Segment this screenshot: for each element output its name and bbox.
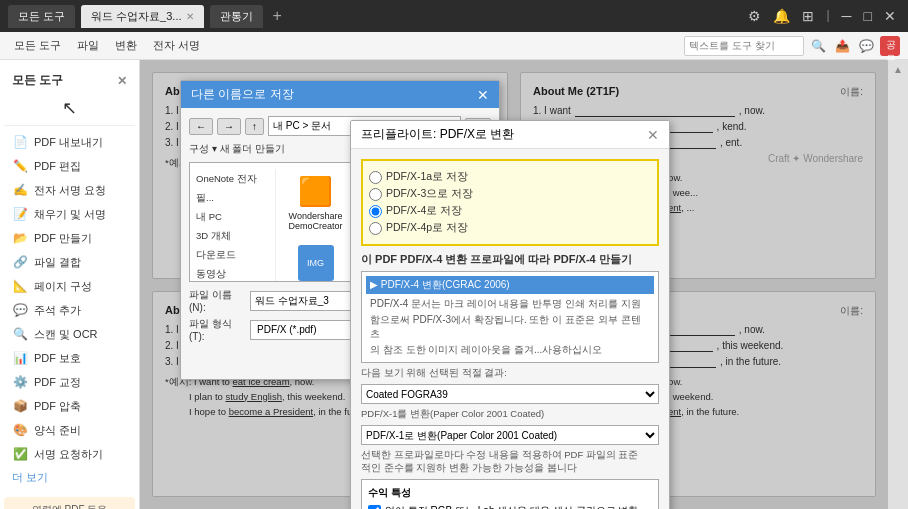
titlebar-left: 모든 도구 워드 수업자료_3... ✕ 관통기 + <box>8 5 286 28</box>
settings-icon[interactable]: ⚙ <box>744 8 765 24</box>
output-dropdown[interactable]: PDF/X-1로 변환(Paper Color 2001 Coated) <box>361 425 659 445</box>
output-label: PDF/X-1를 변환(Paper Color 2001 Coated) <box>361 408 659 421</box>
ocr-icon: 🔍 <box>12 326 28 342</box>
pdf-dialog-title: 프리플라이트: PDF/X로 변환 <box>361 126 514 143</box>
toolbar-file[interactable]: 파일 <box>71 36 105 55</box>
redact-icon: ⚙️ <box>12 374 28 390</box>
scroll-indicator: ▲ <box>893 64 904 75</box>
nav-back-btn[interactable]: ← <box>189 118 213 135</box>
doc-tab[interactable]: 워드 수업자료_3... ✕ <box>81 5 203 28</box>
sign-request-icon: ✍️ <box>12 182 28 198</box>
file-img1[interactable]: IMG IMG_20210415_0003.pdf <box>288 245 343 282</box>
save-dialog-titlebar: 다른 이름으로 저장 ✕ <box>181 81 499 108</box>
img-icon-1: IMG <box>298 245 334 281</box>
pdf-dialog-section-title: 이 PDF PDF/X-4 변환 프로파일에 따라 PDF/X-4 만들기 <box>361 252 659 267</box>
right-panel: ▲ <box>888 60 908 509</box>
save-dialog-close-btn[interactable]: ✕ <box>477 87 489 103</box>
checkbox-section-title: 수익 특성 <box>368 486 652 500</box>
profile-dropdown[interactable]: Coated FOGRA39 <box>361 384 659 404</box>
publish-icon[interactable]: 공유 <box>880 36 900 56</box>
sidebar-item-forms[interactable]: 🎨 양식 준비 <box>4 418 135 442</box>
protect-icon: 📊 <box>12 350 28 366</box>
pdf-dialog-close-btn[interactable]: ✕ <box>647 127 659 143</box>
sidebar-item-create-pdf-label: PDF 만들기 <box>34 231 92 246</box>
sidebar-item-sign-request[interactable]: ✍️ 전자 서명 요청 <box>4 178 135 202</box>
toolbar-all-tools[interactable]: 모든 도구 <box>8 36 67 55</box>
sidebar-item-pages-label: 페이지 구성 <box>34 279 92 294</box>
file-wondershare[interactable]: 🟧 Wondershare DemoCreator <box>288 173 343 237</box>
bell-icon[interactable]: 🔔 <box>769 8 794 24</box>
radio-x4p[interactable]: PDF/X-4p로 저장 <box>369 221 651 235</box>
maximize-btn[interactable]: □ <box>860 8 876 24</box>
pdf-export-icon: 📄 <box>12 134 28 150</box>
pdf-profile-list: ▶ PDF/X-4 변환(CGRAC 2006) PDF/X-4 문서는 마크 … <box>361 271 659 363</box>
pages-icon: 📐 <box>12 278 28 294</box>
sidebar-item-ocr[interactable]: 🔍 스캔 및 OCR <box>4 322 135 346</box>
nav-mypc[interactable]: 내 PC <box>196 207 271 226</box>
cursor-tool: ↖ <box>4 97 135 119</box>
sidebar-item-request-sign[interactable]: ✅ 서명 요청하기 <box>4 442 135 466</box>
sidebar-item-pdf-export[interactable]: 📄 PDF 내보내기 <box>4 130 135 154</box>
new-folder-btn[interactable]: 구성 ▾ <box>189 142 217 156</box>
combine-icon: 🔗 <box>12 254 28 270</box>
wondershare-icon: 🟧 <box>298 173 334 209</box>
sidebar-close-icon[interactable]: ✕ <box>117 74 127 88</box>
close-btn[interactable]: ✕ <box>880 8 900 24</box>
search-icon[interactable]: 🔍 <box>808 36 828 56</box>
sidebar-item-comment[interactable]: 💬 주석 추가 <box>4 298 135 322</box>
nav-up-btn[interactable]: ↑ <box>245 118 264 135</box>
nav-video[interactable]: 동영상 <box>196 264 271 282</box>
sidebar-item-combine[interactable]: 🔗 파일 결합 <box>4 250 135 274</box>
sidebar-item-request-sign-label: 서명 요청하기 <box>34 447 103 462</box>
sidebar-item-pages[interactable]: 📐 페이지 구성 <box>4 274 135 298</box>
checkbox-rgb[interactable]: 없이 특정 RGB 또는 Lab 색상을 대응 색상 공간으로 변환 <box>368 504 652 509</box>
pdf-convert-dialog: 프리플라이트: PDF/X로 변환 ✕ PDF/X-1a로 저장 PDF/X-3… <box>350 120 670 509</box>
nav-onenote[interactable]: OneNote 전자 필... <box>196 169 271 207</box>
radio-x1a[interactable]: PDF/X-1a로 저장 <box>369 170 651 184</box>
sidebar-item-compress[interactable]: 📦 PDF 압축 <box>4 394 135 418</box>
request-sign-icon: ✅ <box>12 446 28 462</box>
sidebar-title: 모든 도구 ✕ <box>4 68 135 93</box>
grid-icon[interactable]: ⊞ <box>798 8 818 24</box>
toolbar-sign[interactable]: 전자 서명 <box>147 36 206 55</box>
app-tab[interactable]: 모든 도구 <box>8 5 75 28</box>
sidebar-item-protect[interactable]: 📊 PDF 보호 <box>4 346 135 370</box>
share-icon[interactable]: 📤 <box>832 36 852 56</box>
content-area: About Me (2T1F) 이름: 1. I want 2. I plan … <box>140 60 888 509</box>
sidebar-more[interactable]: 더 보기 <box>4 466 135 489</box>
sidebar-item-sign-request-label: 전자 서명 요청 <box>34 183 106 198</box>
search-input[interactable] <box>684 36 804 56</box>
sidebar-item-redact[interactable]: ⚙️ PDF 교정 <box>4 370 135 394</box>
toolbar-convert[interactable]: 변환 <box>109 36 143 55</box>
divider: | <box>826 8 829 24</box>
forms-icon: 🎨 <box>12 422 28 438</box>
sidebar-item-fill-sign[interactable]: 📝 채우기 및 서명 <box>4 202 135 226</box>
minimize-btn[interactable]: ─ <box>838 8 856 24</box>
second-tab[interactable]: 관통기 <box>210 5 263 28</box>
sidebar-item-create-pdf[interactable]: 📂 PDF 만들기 <box>4 226 135 250</box>
sidebar-item-pdf-edit[interactable]: ✏️ PDF 편집 <box>4 154 135 178</box>
filename-label: 파일 이름(N): <box>189 288 244 313</box>
nav-download[interactable]: 다운로드 <box>196 245 271 264</box>
nav-3d[interactable]: 3D 개체 <box>196 226 271 245</box>
new-folder-create-btn[interactable]: 새 폴더 만들기 <box>220 142 286 156</box>
sidebar-item-comment-label: 주석 추가 <box>34 303 81 318</box>
radio-x3[interactable]: PDF/X-3으로 저장 <box>369 187 651 201</box>
radio-x4[interactable]: PDF/X-4로 저장 <box>369 204 651 218</box>
sidebar-item-compress-label: PDF 압축 <box>34 399 81 414</box>
pdf-list-header: ▶ PDF/X-4 변환(CGRAC 2006) <box>366 276 654 294</box>
window-controls: ⚙ 🔔 ⊞ | ─ □ ✕ <box>744 8 900 24</box>
comment-icon[interactable]: 💬 <box>856 36 876 56</box>
save-dialog-title: 다른 이름으로 저장 <box>191 86 294 103</box>
app-tab-label: 모든 도구 <box>18 9 65 24</box>
add-tab-icon[interactable]: + <box>269 7 286 25</box>
sidebar-item-redact-label: PDF 교정 <box>34 375 81 390</box>
nav-forward-btn[interactable]: → <box>217 118 241 135</box>
divider-1 <box>4 125 135 126</box>
pdf-radio-section: PDF/X-1a로 저장 PDF/X-3으로 저장 PDF/X-4로 저장 PD… <box>361 159 659 246</box>
sidebar-promo: 연력엔 PDF 등을 7일간 무료로 체험해 보세요 무료 체험판 <box>4 497 135 509</box>
sidebar: 모든 도구 ✕ ↖ 📄 PDF 내보내기 ✏️ PDF 편집 ✍️ 전자 서명 … <box>0 60 140 509</box>
pdf-dialog-titlebar: 프리플라이트: PDF/X로 변환 ✕ <box>351 121 669 149</box>
doc-tab-close-icon[interactable]: ✕ <box>186 11 194 22</box>
compress-icon: 📦 <box>12 398 28 414</box>
